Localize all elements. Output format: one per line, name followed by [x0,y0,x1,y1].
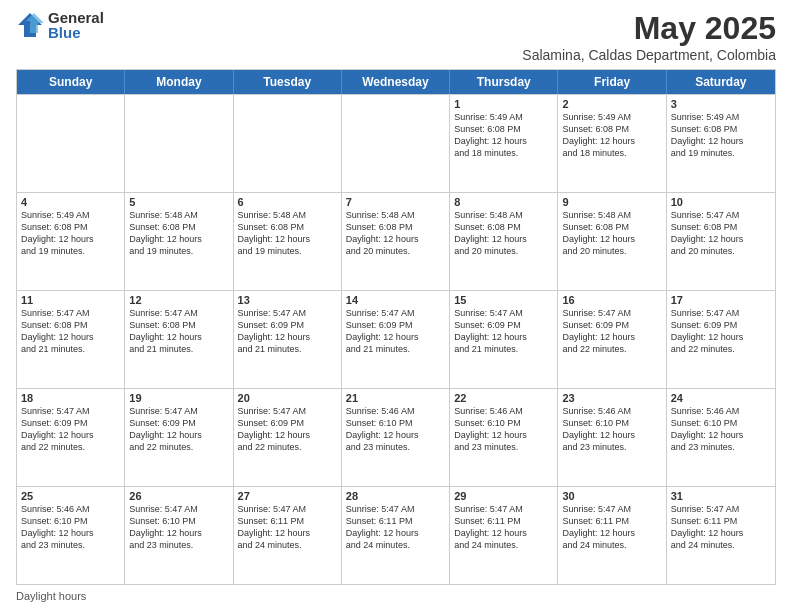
cal-cell-5-7: 31Sunrise: 5:47 AM Sunset: 6:11 PM Dayli… [667,487,775,584]
cal-cell-3-5: 15Sunrise: 5:47 AM Sunset: 6:09 PM Dayli… [450,291,558,388]
footer-text: Daylight hours [16,590,86,602]
day-info: Sunrise: 5:47 AM Sunset: 6:09 PM Dayligh… [21,405,120,454]
cal-cell-4-6: 23Sunrise: 5:46 AM Sunset: 6:10 PM Dayli… [558,389,666,486]
day-number: 30 [562,490,661,502]
day-number: 6 [238,196,337,208]
cal-cell-5-3: 27Sunrise: 5:47 AM Sunset: 6:11 PM Dayli… [234,487,342,584]
day-info: Sunrise: 5:47 AM Sunset: 6:11 PM Dayligh… [346,503,445,552]
cal-cell-2-3: 6Sunrise: 5:48 AM Sunset: 6:08 PM Daylig… [234,193,342,290]
cal-cell-5-6: 30Sunrise: 5:47 AM Sunset: 6:11 PM Dayli… [558,487,666,584]
cal-cell-3-7: 17Sunrise: 5:47 AM Sunset: 6:09 PM Dayli… [667,291,775,388]
day-info: Sunrise: 5:46 AM Sunset: 6:10 PM Dayligh… [562,405,661,454]
day-number: 19 [129,392,228,404]
day-number: 4 [21,196,120,208]
cal-cell-1-6: 2Sunrise: 5:49 AM Sunset: 6:08 PM Daylig… [558,95,666,192]
day-number: 10 [671,196,771,208]
cal-cell-5-2: 26Sunrise: 5:47 AM Sunset: 6:10 PM Dayli… [125,487,233,584]
cal-cell-1-5: 1Sunrise: 5:49 AM Sunset: 6:08 PM Daylig… [450,95,558,192]
day-info: Sunrise: 5:47 AM Sunset: 6:09 PM Dayligh… [562,307,661,356]
cal-cell-5-5: 29Sunrise: 5:47 AM Sunset: 6:11 PM Dayli… [450,487,558,584]
header: General Blue May 2025 Salamina, Caldas D… [16,10,776,63]
calendar: Sunday Monday Tuesday Wednesday Thursday… [16,69,776,585]
logo-general: General [48,10,104,25]
cal-cell-2-2: 5Sunrise: 5:48 AM Sunset: 6:08 PM Daylig… [125,193,233,290]
cal-cell-2-1: 4Sunrise: 5:49 AM Sunset: 6:08 PM Daylig… [17,193,125,290]
cal-cell-2-4: 7Sunrise: 5:48 AM Sunset: 6:08 PM Daylig… [342,193,450,290]
day-number: 3 [671,98,771,110]
day-number: 24 [671,392,771,404]
day-info: Sunrise: 5:47 AM Sunset: 6:09 PM Dayligh… [346,307,445,356]
day-info: Sunrise: 5:48 AM Sunset: 6:08 PM Dayligh… [454,209,553,258]
day-info: Sunrise: 5:47 AM Sunset: 6:11 PM Dayligh… [671,503,771,552]
header-saturday: Saturday [667,70,775,94]
header-tuesday: Tuesday [234,70,342,94]
cal-cell-1-2 [125,95,233,192]
cal-cell-4-5: 22Sunrise: 5:46 AM Sunset: 6:10 PM Dayli… [450,389,558,486]
day-info: Sunrise: 5:49 AM Sunset: 6:08 PM Dayligh… [21,209,120,258]
day-info: Sunrise: 5:47 AM Sunset: 6:08 PM Dayligh… [129,307,228,356]
day-number: 29 [454,490,553,502]
day-info: Sunrise: 5:47 AM Sunset: 6:09 PM Dayligh… [238,405,337,454]
week-row-4: 18Sunrise: 5:47 AM Sunset: 6:09 PM Dayli… [17,388,775,486]
cal-cell-2-5: 8Sunrise: 5:48 AM Sunset: 6:08 PM Daylig… [450,193,558,290]
cal-cell-1-4 [342,95,450,192]
day-number: 15 [454,294,553,306]
day-number: 11 [21,294,120,306]
header-wednesday: Wednesday [342,70,450,94]
day-number: 28 [346,490,445,502]
week-row-3: 11Sunrise: 5:47 AM Sunset: 6:08 PM Dayli… [17,290,775,388]
day-number: 2 [562,98,661,110]
day-number: 21 [346,392,445,404]
cal-cell-4-3: 20Sunrise: 5:47 AM Sunset: 6:09 PM Dayli… [234,389,342,486]
header-monday: Monday [125,70,233,94]
day-info: Sunrise: 5:47 AM Sunset: 6:10 PM Dayligh… [129,503,228,552]
calendar-title: May 2025 [522,10,776,47]
day-info: Sunrise: 5:47 AM Sunset: 6:08 PM Dayligh… [671,209,771,258]
day-number: 1 [454,98,553,110]
day-info: Sunrise: 5:48 AM Sunset: 6:08 PM Dayligh… [129,209,228,258]
cal-cell-2-6: 9Sunrise: 5:48 AM Sunset: 6:08 PM Daylig… [558,193,666,290]
cal-cell-1-3 [234,95,342,192]
day-info: Sunrise: 5:47 AM Sunset: 6:11 PM Dayligh… [454,503,553,552]
cal-cell-5-4: 28Sunrise: 5:47 AM Sunset: 6:11 PM Dayli… [342,487,450,584]
cal-cell-3-2: 12Sunrise: 5:47 AM Sunset: 6:08 PM Dayli… [125,291,233,388]
cal-cell-3-1: 11Sunrise: 5:47 AM Sunset: 6:08 PM Dayli… [17,291,125,388]
calendar-header: Sunday Monday Tuesday Wednesday Thursday… [17,70,775,94]
day-info: Sunrise: 5:46 AM Sunset: 6:10 PM Dayligh… [346,405,445,454]
day-info: Sunrise: 5:49 AM Sunset: 6:08 PM Dayligh… [562,111,661,160]
day-number: 27 [238,490,337,502]
day-number: 13 [238,294,337,306]
day-number: 23 [562,392,661,404]
cal-cell-4-2: 19Sunrise: 5:47 AM Sunset: 6:09 PM Dayli… [125,389,233,486]
day-number: 16 [562,294,661,306]
day-info: Sunrise: 5:49 AM Sunset: 6:08 PM Dayligh… [454,111,553,160]
footer: Daylight hours [16,590,776,602]
day-number: 7 [346,196,445,208]
day-number: 12 [129,294,228,306]
day-number: 22 [454,392,553,404]
cal-cell-2-7: 10Sunrise: 5:47 AM Sunset: 6:08 PM Dayli… [667,193,775,290]
day-info: Sunrise: 5:46 AM Sunset: 6:10 PM Dayligh… [671,405,771,454]
cal-cell-4-4: 21Sunrise: 5:46 AM Sunset: 6:10 PM Dayli… [342,389,450,486]
day-number: 20 [238,392,337,404]
day-info: Sunrise: 5:48 AM Sunset: 6:08 PM Dayligh… [562,209,661,258]
page: General Blue May 2025 Salamina, Caldas D… [0,0,792,612]
calendar-body: 1Sunrise: 5:49 AM Sunset: 6:08 PM Daylig… [17,94,775,584]
cal-cell-1-1 [17,95,125,192]
header-thursday: Thursday [450,70,558,94]
logo: General Blue [16,10,104,40]
cal-cell-4-1: 18Sunrise: 5:47 AM Sunset: 6:09 PM Dayli… [17,389,125,486]
day-info: Sunrise: 5:47 AM Sunset: 6:09 PM Dayligh… [238,307,337,356]
day-number: 9 [562,196,661,208]
day-info: Sunrise: 5:46 AM Sunset: 6:10 PM Dayligh… [454,405,553,454]
calendar-subtitle: Salamina, Caldas Department, Colombia [522,47,776,63]
cal-cell-5-1: 25Sunrise: 5:46 AM Sunset: 6:10 PM Dayli… [17,487,125,584]
title-block: May 2025 Salamina, Caldas Department, Co… [522,10,776,63]
day-info: Sunrise: 5:47 AM Sunset: 6:09 PM Dayligh… [129,405,228,454]
header-sunday: Sunday [17,70,125,94]
week-row-2: 4Sunrise: 5:49 AM Sunset: 6:08 PM Daylig… [17,192,775,290]
header-friday: Friday [558,70,666,94]
week-row-1: 1Sunrise: 5:49 AM Sunset: 6:08 PM Daylig… [17,94,775,192]
day-info: Sunrise: 5:49 AM Sunset: 6:08 PM Dayligh… [671,111,771,160]
cal-cell-3-6: 16Sunrise: 5:47 AM Sunset: 6:09 PM Dayli… [558,291,666,388]
